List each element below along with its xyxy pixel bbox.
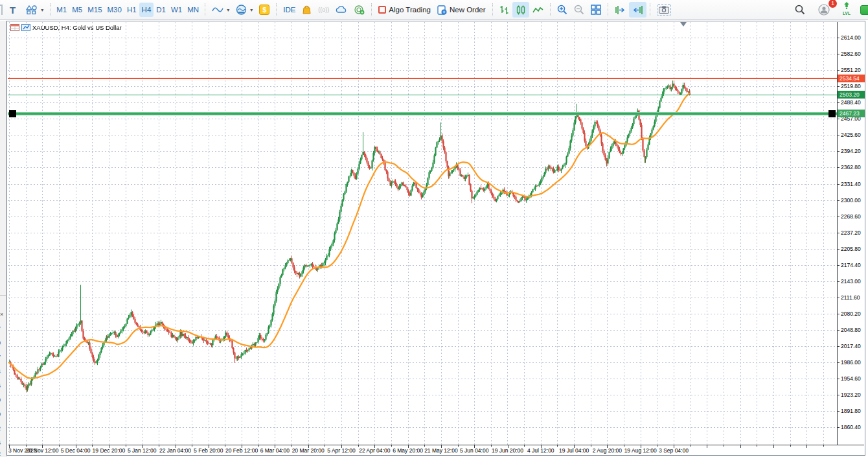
time-axis-tick — [491, 445, 492, 447]
price-axis-tick — [838, 151, 839, 152]
price-axis-label: 1954.60 — [841, 375, 861, 382]
price-axis[interactable]: 2534.54 2503.20 2467.23 2614.002582.6025… — [837, 22, 864, 445]
line-handle-right[interactable] — [828, 110, 836, 117]
zoom-in-icon — [557, 5, 567, 15]
depth-of-market-icon[interactable] — [10, 24, 19, 31]
shapes-tool-button[interactable]: ▾ — [23, 2, 47, 18]
price-axis-tick — [838, 135, 839, 135]
price-axis-tick — [838, 362, 839, 363]
time-axis-label: 21 May 12:00 — [424, 447, 458, 454]
profile-button[interactable]: 1 — [815, 2, 833, 18]
algo-trading-button[interactable]: Algo Trading — [375, 2, 434, 18]
price-axis-label: 2080.20 — [841, 311, 861, 317]
time-axis-tick — [657, 445, 657, 447]
timeframe-w1[interactable]: W1 — [168, 3, 185, 17]
time-axis-tick — [524, 445, 525, 447]
timeframe-m1[interactable]: M1 — [54, 3, 69, 17]
price-axis-label: 2017.40 — [841, 343, 861, 349]
tile-windows-button[interactable] — [588, 2, 604, 18]
indicators-button[interactable]: ▾ — [233, 2, 256, 18]
price-axis-tick — [838, 86, 839, 87]
time-axis[interactable]: 3 Nov 202320 Nov 12:005 Dec 04:0019 Dec … — [8, 445, 837, 454]
candlestick-style-button[interactable] — [512, 2, 529, 18]
timeframe-m15[interactable]: M15 — [85, 3, 104, 17]
time-axis-tick — [458, 445, 459, 447]
price-axis-label: 2143.00 — [841, 278, 861, 285]
timeframe-m30[interactable]: M30 — [105, 3, 124, 17]
timeframe-h4[interactable]: H4 — [139, 3, 154, 17]
chart-shift-marker[interactable] — [680, 22, 687, 27]
time-axis-tick — [391, 445, 392, 447]
ide-button[interactable]: IDE — [280, 2, 299, 18]
price-axis-label: 2582.60 — [841, 51, 861, 57]
line-studies-button[interactable]: ▾ — [209, 2, 233, 18]
panel-digit: 5 — [0, 382, 1, 389]
zoom-out-button[interactable] — [571, 2, 588, 18]
candlestick-icon — [516, 5, 526, 15]
zoom-in-button[interactable] — [554, 2, 571, 18]
price-axis-label: 2362.80 — [841, 164, 861, 170]
time-axis-tick — [806, 445, 807, 448]
timeframe-d1[interactable]: D1 — [154, 3, 168, 17]
panel-divider — [0, 295, 6, 296]
axis-corner — [837, 445, 864, 454]
cloud-button[interactable] — [332, 2, 350, 18]
timeframe-h1[interactable]: H1 — [124, 3, 139, 17]
chart-title-label: XAUUSD, H4: Gold vs US Dollar — [32, 24, 122, 31]
shift-chart-right-button[interactable] — [611, 2, 629, 18]
time-axis-tick — [557, 445, 558, 447]
time-axis-label: 20 Nov 12:00 — [26, 447, 59, 454]
timeframe-mn[interactable]: MN — [185, 3, 201, 17]
line-style-icon — [532, 6, 543, 14]
market-button[interactable] — [299, 2, 315, 18]
time-axis-tick — [358, 445, 359, 447]
panel-digit: 0 — [0, 411, 1, 417]
time-axis-tick — [724, 445, 724, 447]
price-axis-label: 1986.00 — [841, 359, 861, 366]
chart-mode-icon[interactable] — [21, 24, 30, 31]
notification-badge: 1 — [828, 0, 837, 8]
community-button[interactable] — [350, 2, 368, 18]
signals-button[interactable]: ((o)) — [315, 2, 332, 18]
market-deposit-button[interactable]: $ — [256, 2, 273, 18]
level-button[interactable]: LVL — [839, 2, 854, 18]
cloud-icon — [336, 5, 347, 14]
bar-chart-style-button[interactable] — [496, 2, 512, 18]
price-axis-tick — [838, 54, 839, 54]
line-chart-style-button[interactable] — [529, 2, 547, 18]
price-axis-label: 2174.40 — [841, 262, 861, 268]
screenshot-button[interactable] — [654, 2, 674, 18]
price-axis-tick — [838, 265, 839, 266]
algo-trading-icon — [378, 6, 386, 14]
line-handle-left[interactable] — [9, 110, 16, 117]
dollar-icon: $ — [259, 5, 269, 15]
shift-chart-left-button[interactable] — [629, 2, 646, 18]
panel-digit: 2 — [0, 451, 1, 457]
resistance-line[interactable] — [8, 78, 837, 79]
price-axis-tick — [838, 119, 839, 119]
price-axis-label: 2394.20 — [841, 148, 861, 154]
time-axis-label: 6 Mar 04:00 — [260, 447, 290, 454]
time-axis-tick — [773, 445, 774, 448]
shopping-bag-icon — [302, 5, 312, 15]
text-tool-button[interactable]: T — [3, 2, 23, 18]
chart-window: XAUUSD, H4: Gold vs US Dollar 2534.54 25… — [6, 21, 865, 456]
panel-digit: 5 — [0, 439, 1, 446]
price-axis-tick — [838, 346, 839, 347]
price-axis-label: 2425.60 — [841, 132, 861, 138]
time-axis-label: 22 Apr 04:00 — [359, 447, 390, 454]
panel-digit: 7 — [0, 325, 1, 332]
support-line-selected[interactable] — [8, 112, 837, 115]
price-axis-tick — [838, 298, 839, 298]
panel-close-icon[interactable]: × — [0, 311, 3, 318]
resistance-price-badge: 2534.54 — [838, 75, 865, 82]
line-chart-icon — [212, 5, 223, 14]
timeframe-m5[interactable]: M5 — [69, 3, 85, 17]
time-axis-tick — [790, 445, 791, 447]
new-order-button[interactable]: New Order — [434, 2, 489, 18]
clipped-toolbar-icon — [0, 5, 3, 15]
panel-digit: 2 — [0, 425, 1, 432]
chart-canvas[interactable] — [8, 22, 837, 445]
time-axis-label: 22 Jan 04:00 — [159, 447, 191, 454]
search-button[interactable] — [792, 2, 808, 18]
